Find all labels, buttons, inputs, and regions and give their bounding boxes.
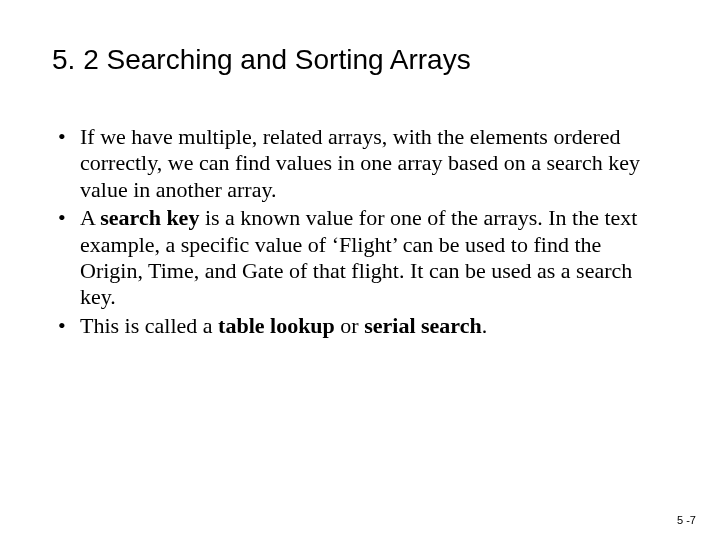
- bullet-text-3c: .: [482, 313, 488, 338]
- bullet-text-2a: A: [80, 205, 100, 230]
- bullet-item-1: If we have multiple, related arrays, wit…: [56, 124, 664, 203]
- bullet-text-3a: This is called a: [80, 313, 218, 338]
- bullet-list: If we have multiple, related arrays, wit…: [56, 124, 664, 339]
- slide-title: 5. 2 Searching and Sorting Arrays: [52, 44, 668, 76]
- bullet-item-2: A search key is a known value for one of…: [56, 205, 664, 311]
- slide-body: If we have multiple, related arrays, wit…: [56, 124, 664, 341]
- page-number: 5 -7: [677, 514, 696, 526]
- bullet-bold-3a: table lookup: [218, 313, 335, 338]
- bullet-text-1: If we have multiple, related arrays, wit…: [80, 124, 640, 202]
- bullet-bold-3b: serial search: [364, 313, 482, 338]
- bullet-text-3b: or: [335, 313, 364, 338]
- slide: 5. 2 Searching and Sorting Arrays If we …: [0, 0, 720, 540]
- bullet-bold-2a: search key: [100, 205, 199, 230]
- bullet-item-3: This is called a table lookup or serial …: [56, 313, 664, 339]
